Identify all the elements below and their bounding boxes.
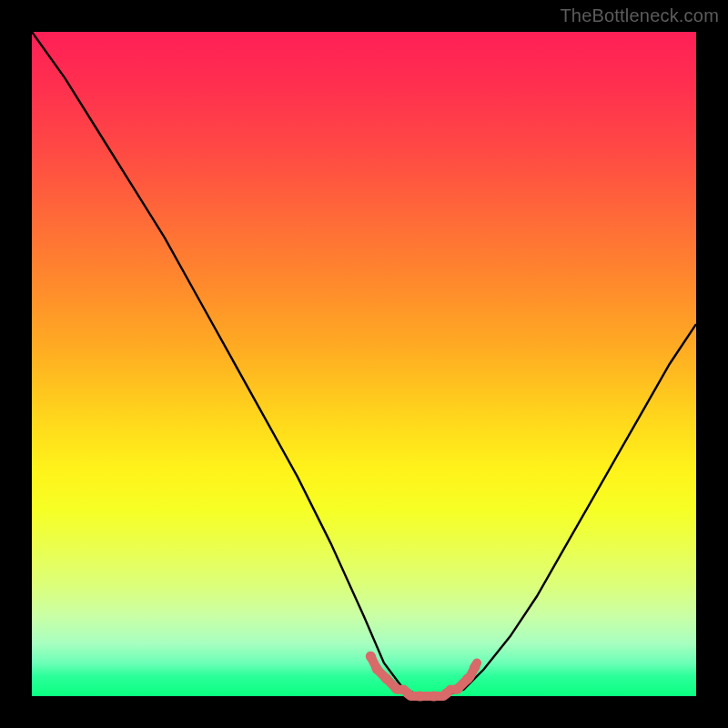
chart-frame: TheBottleneck.com xyxy=(0,0,728,728)
v-curve-line xyxy=(32,32,696,696)
chart-svg xyxy=(32,32,696,696)
watermark-text: TheBottleneck.com xyxy=(560,5,719,26)
bottom-marker-fill xyxy=(370,656,477,696)
plot-area xyxy=(32,32,696,696)
